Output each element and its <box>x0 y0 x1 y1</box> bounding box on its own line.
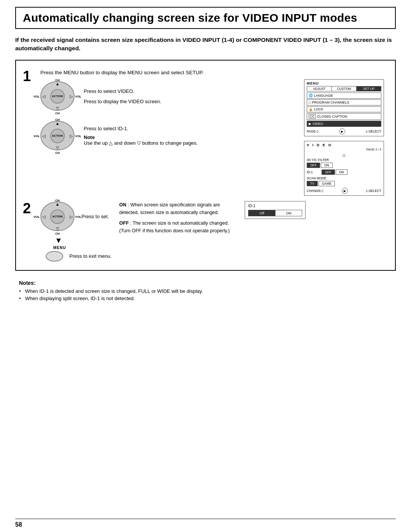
step1-number: 1 <box>23 69 37 83</box>
note-item-2: When displaying split screen, ID-1 is no… <box>19 296 392 301</box>
bottom-divider <box>15 519 396 519</box>
up-arrow-1: ▲ <box>56 81 60 86</box>
vol-right-label-2: VOL <box>75 134 81 137</box>
step1-intro: Press the MENU button to display the MEN… <box>40 70 386 75</box>
remote-row-2: CH CH VOL VOL ▲ ▽ ◁ ▷ ACTION <box>40 119 304 153</box>
step2-row: 2 CH CH VOL VOL ▲ <box>23 200 386 262</box>
vol-left-label: VOL <box>33 94 40 98</box>
step2-controls: CH CH VOL VOL ▲ ▽ ◁ ▷ ACTION Press to se… <box>40 200 112 262</box>
menu-button-label: MENU <box>53 246 66 250</box>
right-s2: ▷ <box>70 214 73 219</box>
menu-item-language: 🌐 LANGUAGE <box>307 93 381 99</box>
action-button-2[interactable]: ACTION <box>50 129 65 143</box>
id1-btn-group: Off ON <box>248 210 302 216</box>
video-screenshot: V I D E O PAGE 2 / 3 △ 3D Y/C FILTER OFF… <box>304 141 384 196</box>
ch-bottom-label-2: CH <box>55 151 60 155</box>
step2-remote-row: CH CH VOL VOL ▲ ▽ ◁ ▷ ACTION Press to se… <box>40 200 109 234</box>
page-number: 58 <box>15 521 22 528</box>
vol-right-label: VOL <box>75 94 81 98</box>
notes-title: Notes: <box>19 280 392 286</box>
program-icon: □ <box>309 101 311 104</box>
off-label: OFF <box>119 220 129 226</box>
vol-left-label-2: VOL <box>33 134 40 137</box>
desc-block-1: Press to select VIDEO. Press to display … <box>84 88 161 104</box>
step1-inner: CH CH VOL VOL ▲ ▽ <box>40 79 386 196</box>
menu-oval-row: Press to exit menu. <box>40 251 112 262</box>
menu-screen-title: MENU <box>307 81 381 85</box>
notes-section: Notes: When ID-1 is detected and screen … <box>15 280 396 301</box>
step1-content: Press the MENU button to display the MEN… <box>40 67 386 196</box>
off-desc-line: OFF : The screen size is not automatical… <box>119 219 237 235</box>
down-s2: ▽ <box>56 226 59 231</box>
3d-off-btn[interactable]: OFF <box>307 163 320 168</box>
desc1b: Press to display the VIDEO screen. <box>84 99 161 104</box>
id1-off-s2[interactable]: Off <box>249 210 276 216</box>
remote-row-1: CH CH VOL VOL ▲ ▽ <box>40 79 304 113</box>
note-label: Note <box>84 134 95 140</box>
id1-subscreen: ID-1 Off ON <box>245 201 306 219</box>
note-text: Use the up △ and down ▽ buttons to chang… <box>84 140 198 146</box>
step1-right: MENU ADJUST CUSTOM SET UP 🌐 LANGUAGE <box>304 79 386 196</box>
menu-item-video: ▶ VIDEO <box>307 121 381 127</box>
menu-tab-custom: CUSTOM <box>332 86 357 91</box>
menu-item-program-channels: □ PROGRAM CHANNELS <box>307 99 381 105</box>
id1-row: ID-1 OFF ON <box>307 169 381 175</box>
press-to-set: Press to set. <box>81 214 109 219</box>
menu-tabs: ADJUST CUSTOM SET UP <box>307 86 381 91</box>
action-button-1[interactable]: ACTION <box>50 89 65 104</box>
video-page-num: PAGE 2 / 3 <box>307 148 381 151</box>
tv-btn[interactable]: TV <box>307 181 318 186</box>
step2-inner: CH CH VOL VOL ▲ ▽ ◁ ▷ ACTION Press to se… <box>40 200 386 262</box>
page-wrapper: Automatically changing screen size for V… <box>0 0 411 532</box>
action-s2[interactable]: ACTION <box>50 209 65 224</box>
desc2a: Press to select ID-1. <box>84 126 198 131</box>
on-desc-line: ON : When screen size specification sign… <box>119 201 237 216</box>
ch-bottom-label: CH <box>55 112 60 115</box>
left-arrow-2: ◁ <box>42 133 45 138</box>
id1-off-btn[interactable]: OFF <box>322 169 335 175</box>
menu-item-closed-caption: CC CLOSED CAPTION <box>307 113 381 120</box>
step1-row: 1 Press the MENU button to display the M… <box>23 67 386 196</box>
left-arrow-1: ◁ <box>42 94 45 99</box>
right-arrow-2: ▷ <box>70 133 73 138</box>
down-arrow-2: ▽ <box>56 145 59 150</box>
desc-block-2: Press to select ID-1. Note Use the up △ … <box>84 126 198 146</box>
id1-on-btn[interactable]: ON <box>336 169 347 175</box>
step2-number: 2 <box>23 201 37 216</box>
menu-oval-button[interactable] <box>46 251 63 262</box>
video-screen-title: V I D E O <box>307 143 381 147</box>
desc1a: Press to select VIDEO. <box>84 88 161 94</box>
scan-btns: TV GAME <box>307 181 381 186</box>
menu-nav: PAGE◁ ▶ ▷SELECT <box>307 128 381 134</box>
3d-on-btn[interactable]: ON <box>321 163 333 168</box>
up-s2: ▲ <box>56 202 60 206</box>
on-label: ON <box>119 202 126 208</box>
menu-tab-setup: SET UP <box>357 86 381 91</box>
menu-tab-adjust: ADJUST <box>307 86 332 91</box>
id1-row-label: ID-1 <box>307 170 320 174</box>
ch-bottom-s2: CH <box>55 232 60 235</box>
game-btn[interactable]: GAME <box>319 181 335 186</box>
note-item-1: When ID-1 is detected and screen size is… <box>19 288 392 294</box>
step2-text: ON : When screen size specification sign… <box>119 201 237 235</box>
up-arrow-2: ▲ <box>56 121 60 126</box>
video-up-arrow: △ <box>307 153 381 157</box>
id1-row-btns: OFF ON <box>322 169 347 175</box>
down-arrow-indicator: ▼ <box>55 236 62 245</box>
page-title: Automatically changing screen size for V… <box>15 7 396 29</box>
note-block: Note Use the up △ and down ▽ buttons to … <box>84 134 198 146</box>
id1-on-s2[interactable]: ON <box>276 210 302 216</box>
action-nav-circle: ▶ <box>339 128 345 134</box>
scan-mode-label: SCAN MODE <box>307 176 381 180</box>
video-icon: ▶ <box>309 122 311 126</box>
menu-screenshot: MENU ADJUST CUSTOM SET UP 🌐 LANGUAGE <box>304 79 384 136</box>
lock-icon: 🔒 <box>309 107 313 111</box>
3d-filter-label: 3D Y/C FILTER <box>307 158 381 162</box>
right-arrow-1: ▷ <box>70 94 73 99</box>
down-arrow-1: ▽ <box>56 106 59 111</box>
main-content-box: 1 Press the MENU button to display the M… <box>15 60 396 271</box>
on-desc-text: : When screen size specification signals… <box>119 202 220 215</box>
press-exit-label: Press to exit menu. <box>69 253 112 259</box>
3d-filter-btns: OFF ON <box>307 163 381 168</box>
step2-right: ON : When screen size specification sign… <box>119 200 386 235</box>
